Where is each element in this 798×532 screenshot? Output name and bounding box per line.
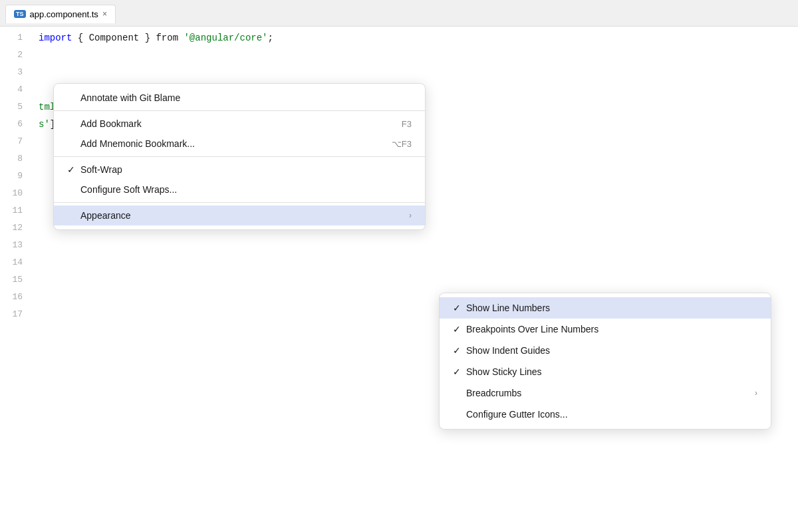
checkmark-breakpoints: ✓ xyxy=(453,324,466,334)
menu-item-annotate-git-blame[interactable]: Annotate with Git Blame xyxy=(54,88,425,108)
menu-label-configure-soft-wraps: Configure Soft Wraps... xyxy=(80,184,412,195)
line-number-14: 14 xyxy=(11,254,23,271)
shortcut-add-mnemonic-bookmark: ⌥F3 xyxy=(392,139,412,149)
shortcut-add-bookmark: F3 xyxy=(402,119,412,129)
plain-from: from xyxy=(156,33,178,43)
keyword-import: import xyxy=(39,33,72,43)
menu-label-appearance: Appearance xyxy=(80,210,409,221)
submenu-item-configure-gutter-icons[interactable]: Configure Gutter Icons... xyxy=(440,404,771,425)
menu-label-soft-wrap: Soft-Wrap xyxy=(80,164,412,175)
line-number-15: 15 xyxy=(11,271,23,289)
submenu-label-configure-gutter-icons: Configure Gutter Icons... xyxy=(466,409,757,420)
submenu-label-show-line-numbers: Show Line Numbers xyxy=(466,303,757,313)
tab-bar: TS app.component.ts × xyxy=(0,0,798,27)
line-number-6: 6 xyxy=(11,116,23,133)
line-number-4: 4 xyxy=(11,81,23,98)
editor-container: TS app.component.ts × 1 2 3 4 5 6 7 8 9 … xyxy=(0,0,798,532)
submenu-label-indent-guides: Show Indent Guides xyxy=(466,345,757,356)
line-number-17: 17 xyxy=(11,306,23,323)
menu-item-add-mnemonic-bookmark[interactable]: Add Mnemonic Bookmark... ⌥F3 xyxy=(54,134,425,154)
code-line-15 xyxy=(39,271,793,289)
code-line-13 xyxy=(39,237,793,254)
submenu-item-breadcrumbs[interactable]: Breadcrumbs › xyxy=(440,382,771,404)
submenu-item-show-line-numbers[interactable]: ✓ Show Line Numbers xyxy=(440,297,771,319)
submenu-item-show-indent-guides[interactable]: ✓ Show Indent Guides xyxy=(440,340,771,361)
menu-label-add-bookmark: Add Bookmark xyxy=(80,118,375,129)
submenu-label-breadcrumbs: Breadcrumbs xyxy=(466,388,755,398)
checkmark-show-line-numbers: ✓ xyxy=(453,303,466,313)
code-line-2 xyxy=(39,47,793,64)
plain-1: { Component } xyxy=(72,33,156,43)
submenu-label-sticky-lines: Show Sticky Lines xyxy=(466,366,757,377)
menu-item-soft-wrap[interactable]: ✓ Soft-Wrap xyxy=(54,160,425,180)
line-number-11: 11 xyxy=(11,202,23,219)
menu-label-add-mnemonic-bookmark: Add Mnemonic Bookmark... xyxy=(80,138,365,149)
separator-2 xyxy=(54,156,425,157)
code-line-3 xyxy=(39,64,793,81)
line-number-13: 13 xyxy=(11,237,23,254)
menu-item-configure-soft-wraps[interactable]: Configure Soft Wraps... xyxy=(54,180,425,200)
line-number-9: 9 xyxy=(11,168,23,185)
line-number-5: 5 xyxy=(11,98,23,116)
line-number-7: 7 xyxy=(11,133,23,150)
ts-badge: TS xyxy=(14,10,26,18)
line-number-3: 3 xyxy=(11,64,23,81)
checkmark-soft-wrap: ✓ xyxy=(67,164,80,175)
tab-close-button[interactable]: × xyxy=(102,10,107,18)
menu-label-annotate-git-blame: Annotate with Git Blame xyxy=(80,92,412,103)
tab-item[interactable]: TS app.component.ts × xyxy=(5,5,116,23)
line-number-2: 2 xyxy=(11,47,23,64)
line-number-12: 12 xyxy=(11,219,23,237)
submenu-appearance: ✓ Show Line Numbers ✓ Breakpoints Over L… xyxy=(439,293,771,430)
code-line-14 xyxy=(39,254,793,271)
separator-3 xyxy=(54,202,425,203)
line-number-10: 10 xyxy=(11,185,23,202)
str-6: s' xyxy=(39,119,50,130)
menu-item-add-bookmark[interactable]: Add Bookmark F3 xyxy=(54,114,425,134)
context-menu: Annotate with Git Blame Add Bookmark F3 … xyxy=(53,83,426,230)
line-number-1: 1 xyxy=(11,29,23,47)
arrow-appearance-icon: › xyxy=(409,211,412,220)
code-line-1: import { Component } from '@angular/core… xyxy=(39,29,793,47)
submenu-item-show-sticky-lines[interactable]: ✓ Show Sticky Lines xyxy=(440,361,771,382)
menu-item-appearance[interactable]: Appearance › xyxy=(54,205,425,225)
line-number-16: 16 xyxy=(11,289,23,306)
line-numbers: 1 2 3 4 5 6 7 8 9 10 11 12 13 14 15 16 1… xyxy=(0,29,33,323)
tab-filename: app.component.ts xyxy=(30,9,98,19)
line-number-8: 8 xyxy=(11,150,23,168)
arrow-breadcrumbs-icon: › xyxy=(755,388,757,398)
checkmark-indent-guides: ✓ xyxy=(453,345,466,356)
checkmark-sticky-lines: ✓ xyxy=(453,366,466,377)
separator-1 xyxy=(54,110,425,111)
submenu-label-breakpoints: Breakpoints Over Line Numbers xyxy=(466,324,757,334)
submenu-item-breakpoints-over-line-numbers[interactable]: ✓ Breakpoints Over Line Numbers xyxy=(440,319,771,340)
plain-semi: ; xyxy=(268,33,273,43)
string-module: '@angular/core' xyxy=(184,33,267,43)
